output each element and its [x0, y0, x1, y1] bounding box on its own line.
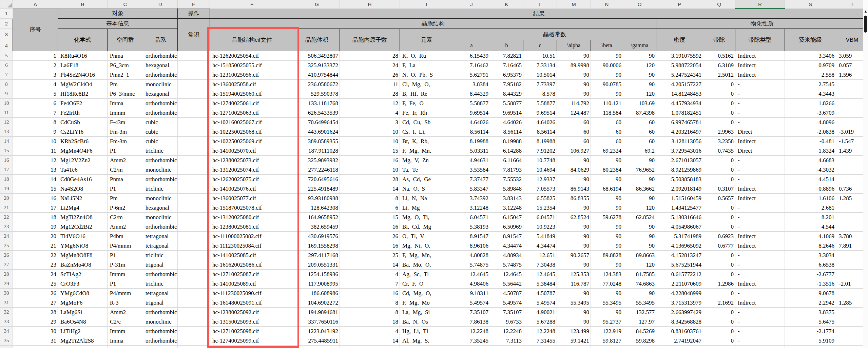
cell-chemical-formula[interactable]: MgCr2Ge4O12	[58, 346, 108, 348]
cell-elements[interactable]: Fe, Ir, Rh	[400, 108, 453, 118]
cell-fermi-level[interactable]: 4.3443	[785, 89, 836, 99]
header-cell-structure[interactable]: 晶胞结构	[210, 19, 656, 29]
cell-beta[interactable]: 90	[591, 89, 623, 99]
cell-alpha[interactable]: 90	[557, 289, 591, 298]
cell-chemical-formula[interactable]: MgMoF6	[58, 298, 108, 308]
cell-beta[interactable]: 90	[591, 260, 623, 270]
cell-band-gap[interactable]: 0	[703, 336, 735, 346]
cell-beta[interactable]: 90	[591, 308, 623, 317]
cell-density[interactable]: 5.503858183	[656, 175, 703, 184]
cell-c[interactable]: 7.05573	[523, 184, 557, 194]
cell-beta[interactable]: 90	[591, 194, 623, 203]
cell-space-group[interactable]: P1	[108, 279, 143, 289]
header-lattice-constants[interactable]: 晶格常数	[453, 29, 656, 40]
cell-density[interactable]: 3.128113056	[656, 137, 703, 146]
cell-a[interactable]: 8.56114	[453, 127, 490, 137]
cell-b[interactable]: 4.50787	[490, 289, 523, 298]
col-letter-B[interactable]: B	[58, 0, 108, 8]
cell-density[interactable]: 4.203216497	[656, 127, 703, 137]
cell-alpha[interactable]: 90	[557, 308, 591, 317]
cell-cell-volume[interactable]: 325.9893932	[294, 156, 340, 165]
cell-band-gap-type[interactable]: Direct	[735, 127, 785, 137]
cell-cell-volume[interactable]: 104.6902272	[294, 298, 340, 308]
cell-fermi-level[interactable]: 3.3034	[785, 251, 836, 260]
cell-beta[interactable]: 90	[591, 232, 623, 241]
cell-cell-volume[interactable]: 325.9133372	[294, 61, 340, 70]
cell-fermi-level[interactable]: 8.2646	[785, 241, 836, 251]
cell-density[interactable]: 4.228048999	[656, 289, 703, 298]
cell-band-gap[interactable]: 2.5012	[703, 70, 735, 80]
cell-fermi-level[interactable]: 4.4514	[785, 175, 836, 184]
cell-empty[interactable]	[178, 232, 210, 241]
cell-atom-count[interactable]: 16	[340, 289, 400, 298]
cell-empty[interactable]	[178, 241, 210, 251]
cell-empty[interactable]	[178, 298, 210, 308]
cell-serial-number[interactable]: 16	[13, 194, 58, 203]
header-result[interactable]: 结果	[210, 8, 868, 19]
cell-cell-volume[interactable]: 1254.158936	[294, 270, 340, 279]
col-letter-K[interactable]: K	[490, 0, 523, 8]
cell-serial-number[interactable]: 28	[13, 308, 58, 317]
cell-cell-volume[interactable]: 1223.043192	[294, 327, 340, 336]
cell-space-group[interactable]: Fm-3m	[108, 127, 143, 137]
cell-density[interactable]: 6.997465781	[656, 118, 703, 127]
cell-beta[interactable]: 90	[591, 70, 623, 80]
header-beta[interactable]: \beta	[591, 40, 623, 51]
cell-elements[interactable]: Ba, Mo, O,	[400, 260, 453, 270]
cell-cif-file[interactable]: hc-1360025058.cif	[210, 80, 294, 89]
cell-beta[interactable]: 68.6194	[591, 184, 623, 194]
cell-space-group[interactable]: P6_3cm	[108, 61, 143, 70]
cell-space-group[interactable]: Fm-3m	[108, 137, 143, 146]
row-number[interactable]: 8	[0, 80, 13, 89]
cell-space-group[interactable]: Pm	[108, 194, 143, 203]
row-number[interactable]: 21	[0, 203, 13, 213]
cell-density[interactable]: 2.211070609	[656, 279, 703, 289]
cell-band-gap-type[interactable]: -	[735, 89, 785, 99]
cell-gamma[interactable]: 120	[623, 260, 656, 270]
cell-cif-file[interactable]: hc-1410025089.cif	[210, 279, 294, 289]
cell-space-group[interactable]: P4/mmm	[108, 289, 143, 298]
cell-gamma[interactable]: 90	[623, 241, 656, 251]
cell-empty[interactable]	[178, 61, 210, 70]
cell-fermi-level[interactable]: -1.3516	[785, 279, 836, 289]
cell-gamma[interactable]: 90	[623, 80, 656, 89]
cell-band-gap[interactable]: 0	[703, 289, 735, 298]
cell-gamma[interactable]: 60	[623, 118, 656, 127]
cell-b[interactable]: 5.89848	[490, 184, 523, 194]
row-number[interactable]: 23	[0, 222, 13, 232]
header-physchem-properties[interactable]: 物化性质	[656, 19, 868, 29]
cell-elements[interactable]: F, Fe, O	[400, 99, 453, 108]
cell-b[interactable]: 7.81793	[490, 165, 523, 175]
cell-gamma[interactable]: 120	[623, 61, 656, 70]
cell-alpha[interactable]: 82.9983	[557, 346, 591, 348]
cell-density[interactable]: 5.247524341	[656, 70, 703, 80]
cell-atom-count[interactable]: 10	[340, 165, 400, 175]
cell-cif-file[interactable]: hc-1410025076.cif	[210, 184, 294, 194]
cell-atom-count[interactable]: 8	[340, 308, 400, 317]
cell-b[interactable]: 7.82821	[490, 51, 523, 61]
cell-fermi-level[interactable]: -2.0838	[785, 127, 836, 137]
cell-band-gap[interactable]: 0.7435	[703, 146, 735, 156]
cell-band-gap-type[interactable]: Indirect	[735, 61, 785, 70]
cell-b[interactable]: 6.14288	[490, 146, 523, 156]
row-number[interactable]: 11	[0, 108, 13, 118]
cell-cell-volume[interactable]: 239.1909764	[294, 346, 340, 348]
cell-density[interactable]: 2.092018149	[656, 184, 703, 194]
cell-band-gap-type[interactable]: Indirect	[735, 346, 785, 348]
cell-space-group[interactable]: P1	[108, 251, 143, 260]
cell-c[interactable]: 5.58877	[523, 99, 557, 108]
cell-a[interactable]: 8.19988	[453, 137, 490, 146]
cell-cif-file[interactable]: hc-161480025091.cif	[210, 298, 294, 308]
cell-band-gap-type[interactable]: -	[735, 270, 785, 279]
cell-space-group[interactable]: P-31m	[108, 260, 143, 270]
cell-elements[interactable]: Cr, Ge, Mg	[400, 346, 453, 348]
vertical-scrollbar[interactable]: ▲	[863, 0, 868, 348]
cell-band-gap-type[interactable]: -	[735, 327, 785, 336]
cell-fermi-level[interactable]: -0.481	[785, 137, 836, 146]
cell-a[interactable]: 7.37477	[453, 175, 490, 184]
cell-c[interactable]: 12.651	[523, 251, 557, 260]
cell-cell-volume[interactable]: 194.9894681	[294, 308, 340, 317]
cell-chemical-formula[interactable]: Ba6Os4N8	[58, 317, 108, 327]
cell-density[interactable]: 3.729543016	[656, 146, 703, 156]
cell-chemical-formula[interactable]: Mg2Ti2Al2S8	[58, 336, 108, 346]
